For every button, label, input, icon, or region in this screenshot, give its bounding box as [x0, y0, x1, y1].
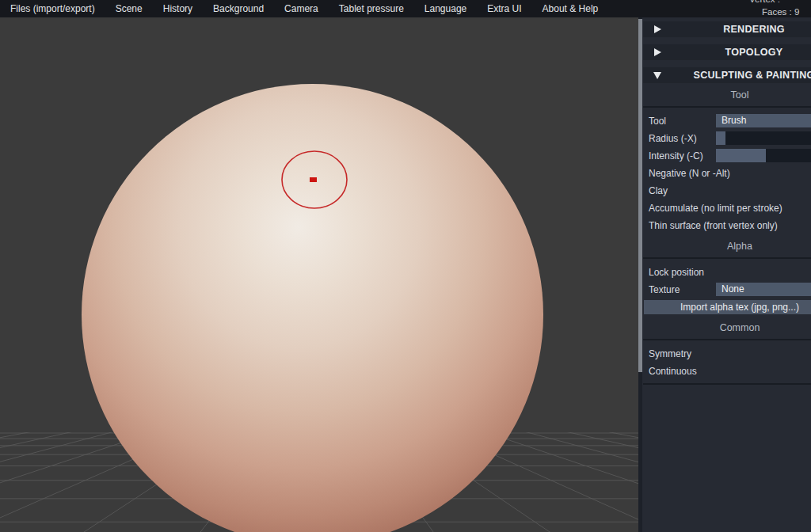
tool-label: Tool	[643, 116, 666, 127]
section-sculpting-painting[interactable]: SCULPTING & PAINTING	[643, 67, 811, 83]
continuous-checkbox-row[interactable]: Continuous	[643, 363, 811, 380]
collapsed-arrow-icon	[643, 48, 672, 56]
sidebar-panel: RENDERING TOPOLOGY SCULPTING & PAINTING …	[638, 17, 811, 532]
viewport-canvas[interactable]	[0, 17, 638, 532]
menu-tablet-pressure[interactable]: Tablet pressure	[329, 0, 414, 17]
accumulate-label: Accumulate (no limit per stroke)	[643, 203, 782, 214]
sphere-mesh	[82, 84, 543, 532]
clay-label: Clay	[643, 185, 668, 196]
intensity-slider-row: Intensity (-C)	[643, 147, 811, 165]
vertex-count: Vertex :	[749, 0, 799, 6]
divider	[643, 383, 811, 385]
tool-select[interactable]: Brush	[716, 114, 811, 127]
intensity-slider-fill	[716, 149, 766, 162]
section-topology[interactable]: TOPOLOGY	[643, 44, 811, 60]
faces-count: Faces : 9	[762, 6, 799, 18]
radius-slider-row: Radius (-X)	[643, 130, 811, 147]
thin-surface-checkbox-row[interactable]: Thin surface (front vertex only)	[643, 217, 811, 234]
menu-scene[interactable]: Scene	[105, 0, 153, 17]
negative-checkbox-row[interactable]: Negative (N or -Alt)	[643, 165, 811, 182]
collapsed-arrow-icon	[643, 25, 672, 33]
lock-position-checkbox-row[interactable]: Lock position	[643, 264, 811, 281]
group-title-alpha: Alpha	[643, 234, 811, 257]
thin-surface-label: Thin surface (front vertex only)	[643, 220, 778, 231]
mesh-stats: Vertex : Faces : 9	[749, 0, 799, 18]
menu-extra-ui[interactable]: Extra UI	[477, 0, 531, 17]
menu-history[interactable]: History	[153, 0, 203, 17]
accumulate-checkbox-row[interactable]: Accumulate (no limit per stroke)	[643, 200, 811, 217]
section-rendering-title: RENDERING	[672, 24, 811, 35]
texture-label: Texture	[643, 284, 680, 295]
texture-select[interactable]: None	[716, 283, 811, 296]
import-alpha-row: Import alpha tex (jpg, png...)	[643, 298, 811, 316]
continuous-label: Continuous	[643, 366, 697, 377]
radius-slider[interactable]	[716, 131, 811, 145]
section-sculpting-title: SCULPTING & PAINTING	[672, 70, 811, 81]
intensity-slider[interactable]	[716, 149, 811, 162]
symmetry-checkbox-row[interactable]: Symmetry	[643, 345, 811, 363]
radius-label: Radius (-X)	[643, 133, 697, 144]
menu-bar: Files (import/export) Scene History Back…	[0, 0, 811, 17]
menu-files[interactable]: Files (import/export)	[0, 0, 105, 17]
radius-slider-fill	[716, 131, 725, 145]
tool-select-row: Tool Brush	[643, 112, 811, 130]
section-rendering[interactable]: RENDERING	[643, 21, 811, 37]
menu-language[interactable]: Language	[414, 0, 477, 17]
clay-checkbox-row[interactable]: Clay	[643, 182, 811, 200]
group-title-common: Common	[643, 316, 811, 339]
lock-position-label: Lock position	[643, 267, 704, 278]
section-topology-title: TOPOLOGY	[672, 47, 811, 58]
menu-camera[interactable]: Camera	[274, 0, 329, 17]
symmetry-label: Symmetry	[643, 348, 691, 359]
group-title-tool: Tool	[643, 83, 811, 106]
intensity-label: Intensity (-C)	[643, 150, 703, 162]
menu-background[interactable]: Background	[203, 0, 274, 17]
texture-select-row: Texture None	[643, 281, 811, 298]
menu-about-help[interactable]: About & Help	[532, 0, 609, 17]
negative-label: Negative (N or -Alt)	[643, 168, 730, 179]
import-alpha-button[interactable]: Import alpha tex (jpg, png...)	[644, 300, 811, 314]
panel-scrollbar-thumb[interactable]	[638, 19, 642, 372]
expanded-arrow-icon	[643, 72, 672, 79]
